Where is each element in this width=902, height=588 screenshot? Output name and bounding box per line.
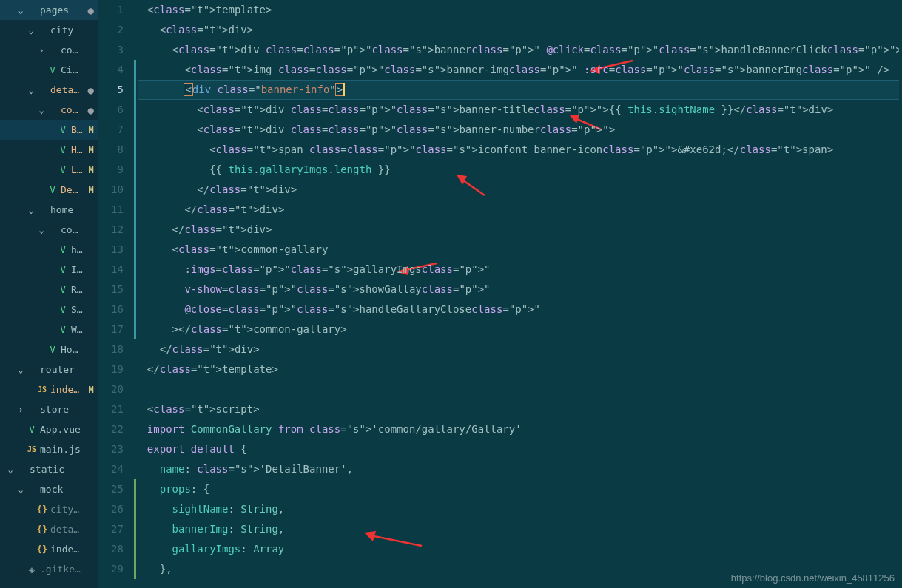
code-line[interactable]: {{ this.gallaryImgs.length }} bbox=[138, 160, 902, 180]
code-line[interactable]: <class="t">common-gallary bbox=[138, 240, 902, 260]
tree-file[interactable]: ›VDetail.vueM bbox=[0, 180, 98, 200]
line-number: 6 bbox=[98, 100, 134, 120]
vue-file-icon: V bbox=[56, 125, 70, 135]
tree-folder[interactable]: ⌄components● bbox=[0, 100, 98, 120]
tree-item-label: Header.vue bbox=[71, 144, 84, 155]
code-area[interactable]: <class="t">template> <class="t">div> <cl… bbox=[138, 0, 902, 588]
code-line[interactable]: </class="t">template> bbox=[138, 359, 902, 379]
tree-file[interactable]: ›VCity.vue bbox=[0, 60, 98, 80]
tree-folder[interactable]: ⌄static bbox=[0, 459, 98, 479]
tree-file[interactable]: ›{}city.json bbox=[0, 499, 98, 519]
tree-file[interactable]: ›JSmain.js bbox=[0, 439, 98, 459]
tree-file[interactable]: ›VHeader.vueM bbox=[0, 140, 98, 160]
code-line[interactable]: v-show=class="p">"class="s">showGallaycl… bbox=[138, 280, 902, 300]
tree-file[interactable]: ›JSindex.jsM bbox=[0, 379, 98, 399]
tree-item-label: List.vue bbox=[71, 164, 84, 175]
code-line[interactable]: <class="t">img class=class="p">"class="s… bbox=[138, 60, 902, 80]
code-line[interactable]: </class="t">div> bbox=[138, 220, 902, 240]
line-number: 16 bbox=[98, 300, 134, 320]
tree-file[interactable]: ›VIcons.vue bbox=[0, 260, 98, 280]
line-number: 1 bbox=[98, 0, 134, 20]
json-file-icon: {} bbox=[36, 524, 49, 535]
code-line[interactable]: </class="t">div> bbox=[138, 339, 902, 359]
tree-folder[interactable]: ⌄router bbox=[0, 359, 98, 379]
tree-file[interactable]: ›{}index.json bbox=[0, 539, 98, 559]
code-line[interactable]: gallaryImgs: Array bbox=[138, 539, 902, 559]
tree-folder[interactable]: ⌄mock bbox=[0, 479, 98, 499]
line-number: 14 bbox=[98, 260, 134, 280]
code-line[interactable]: </class="t">div> bbox=[138, 180, 902, 200]
code-line[interactable] bbox=[138, 379, 902, 399]
code-line[interactable]: <div class="banner-info"> bbox=[138, 80, 902, 100]
line-number: 29 bbox=[98, 559, 134, 579]
tree-file[interactable]: ›Vheader.vue bbox=[0, 240, 98, 260]
tree-folder[interactable]: ⌄home bbox=[0, 200, 98, 220]
vue-file-icon: V bbox=[46, 185, 59, 195]
tree-folder[interactable]: ›store bbox=[0, 399, 98, 419]
tree-file[interactable]: ›VList.vueM bbox=[0, 160, 98, 180]
json-file-icon: {} bbox=[36, 504, 49, 515]
file-explorer[interactable]: ⌄pages●⌄city›components›VCity.vue⌄detail… bbox=[0, 0, 98, 588]
code-line[interactable]: export default { bbox=[138, 439, 902, 459]
vue-file-icon: V bbox=[56, 325, 70, 335]
tree-file[interactable]: ›VRecommend.vue bbox=[0, 280, 98, 300]
line-number: 2 bbox=[98, 20, 134, 40]
tree-file[interactable]: ›{}detail.json bbox=[0, 519, 98, 539]
chevron-down-icon: ⌄ bbox=[16, 365, 25, 375]
code-line[interactable]: <class="t">div class=class="p">"class="s… bbox=[138, 120, 902, 140]
tree-item-label: detail.json bbox=[50, 524, 84, 535]
chevron-down-icon: ⌄ bbox=[6, 464, 15, 475]
tree-item-label: mock bbox=[40, 484, 84, 495]
tree-item-label: router bbox=[40, 364, 84, 375]
tree-item-label: Home.vue bbox=[61, 344, 84, 355]
vcs-status-badge: M bbox=[84, 385, 94, 395]
code-line[interactable]: sightName: String, bbox=[138, 499, 902, 519]
app-root: ⌄pages●⌄city›components›VCity.vue⌄detail… bbox=[0, 0, 902, 588]
code-line[interactable]: ></class="t">common-gallary> bbox=[138, 320, 902, 339]
vcs-status-badge: M bbox=[84, 145, 94, 155]
line-number: 7 bbox=[98, 120, 134, 140]
tree-folder[interactable]: ⌄pages● bbox=[0, 0, 98, 20]
tree-folder[interactable]: ›components bbox=[0, 40, 98, 60]
code-line[interactable]: <class="t">div> bbox=[138, 20, 902, 40]
code-line[interactable]: <class="t">div class=class="p">"class="s… bbox=[138, 100, 902, 120]
code-line[interactable]: bannerImg: String, bbox=[138, 519, 902, 539]
line-number: 28 bbox=[98, 539, 134, 559]
code-line[interactable]: props: { bbox=[138, 479, 902, 499]
tree-file[interactable]: ›VBanner.vueM bbox=[0, 120, 98, 140]
tree-file[interactable]: ›VHome.vue bbox=[0, 339, 98, 359]
line-number: 8 bbox=[98, 140, 134, 160]
tree-item-label: detail bbox=[50, 84, 84, 95]
code-editor[interactable]: 1234567891011121314151617181920212223242… bbox=[98, 0, 902, 588]
code-line[interactable]: </class="t">div> bbox=[138, 200, 902, 220]
code-line[interactable]: <class="t">span class=class="p">"class="… bbox=[138, 140, 902, 160]
tree-item-label: Icons.vue bbox=[71, 264, 84, 275]
line-number: 15 bbox=[98, 280, 134, 300]
code-line[interactable]: <class="t">template> bbox=[138, 0, 902, 20]
tree-item-label: main.js bbox=[40, 444, 84, 455]
tree-folder[interactable]: ⌄components bbox=[0, 220, 98, 240]
tree-folder[interactable]: ⌄detail● bbox=[0, 80, 98, 100]
tree-file[interactable]: ›VWeekend.vue bbox=[0, 320, 98, 339]
code-line[interactable]: name: class="s">'DetailBanner', bbox=[138, 459, 902, 479]
code-line[interactable]: <class="t">div class=class="p">"class="s… bbox=[138, 40, 902, 60]
line-number: 11 bbox=[98, 200, 134, 220]
line-number: 20 bbox=[98, 379, 134, 399]
line-number: 24 bbox=[98, 459, 134, 479]
code-line[interactable]: @close=class="p">"class="s">handleGallar… bbox=[138, 300, 902, 320]
minimap bbox=[899, 0, 902, 588]
chevron-down-icon: ⌄ bbox=[16, 484, 25, 495]
tree-file[interactable]: ›◈.gitkeep bbox=[0, 559, 98, 579]
chevron-down-icon: ⌄ bbox=[37, 105, 46, 115]
code-line[interactable]: import CommonGallary from class="s">'com… bbox=[138, 419, 902, 439]
tree-file[interactable]: ›VSwiper.vue bbox=[0, 300, 98, 320]
vue-file-icon: V bbox=[46, 65, 59, 75]
text-cursor bbox=[343, 83, 345, 96]
code-line[interactable]: :imgs=class="p">"class="s">gallaryImgscl… bbox=[138, 260, 902, 280]
vue-file-icon: V bbox=[46, 345, 59, 355]
vue-file-icon: V bbox=[56, 265, 70, 275]
tree-folder[interactable]: ⌄city bbox=[0, 20, 98, 40]
tree-file[interactable]: ›VApp.vue bbox=[0, 419, 98, 439]
code-line[interactable]: <class="t">script> bbox=[138, 399, 902, 419]
line-number-gutter: 1234567891011121314151617181920212223242… bbox=[98, 0, 134, 588]
